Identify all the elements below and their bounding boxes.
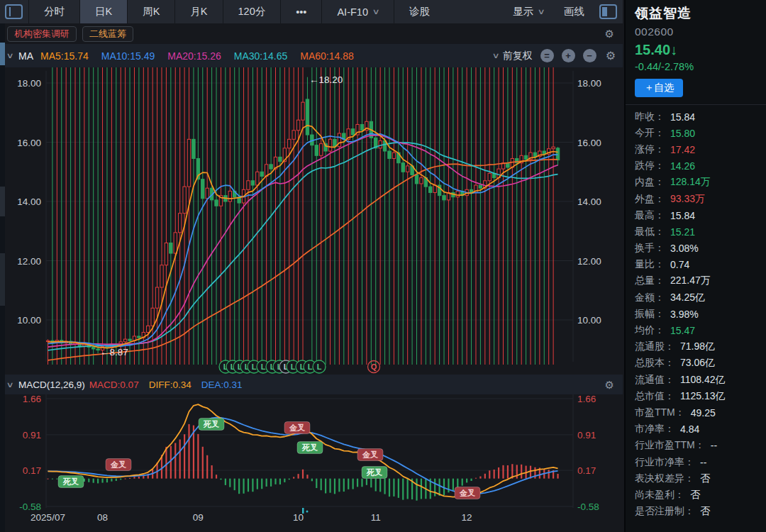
- stat-label: 最低：: [635, 226, 665, 238]
- draw-line-button[interactable]: 画线: [554, 0, 594, 23]
- svg-text:金叉: 金叉: [362, 450, 378, 459]
- display-menu-label: 显示: [513, 5, 533, 18]
- stat-value: 93.33万: [670, 193, 705, 206]
- period-tabs: 分时日K周K月K120分•••AI-F10∨诊股: [28, 0, 445, 23]
- kline-macd-chart[interactable]: 18.0018.0016.0016.0014.0014.0012.0012.00…: [0, 0, 623, 532]
- stat-value: 15.84: [670, 111, 695, 123]
- svg-text:Q: Q: [371, 362, 377, 371]
- macd-values: MACD:0.07DIFF:0.34DEA:0.31: [89, 379, 252, 390]
- add-watchlist-button[interactable]: ＋自选: [635, 79, 683, 97]
- stat-row: 市盈TTM：49.25: [635, 404, 766, 421]
- tab-•••[interactable]: •••: [280, 0, 321, 23]
- toolbar-right: 显示∨ 画线: [503, 0, 623, 23]
- stat-label: 最高：: [635, 209, 665, 222]
- tab-诊股[interactable]: 诊股: [394, 0, 445, 23]
- stat-label: 是否注册制：: [635, 505, 694, 518]
- stat-label: 行业市盈TTM：: [635, 439, 705, 452]
- ma-legend-item: MA5:15.74: [40, 50, 89, 62]
- stat-row: 外盘：93.33万: [635, 191, 766, 207]
- collapse-chevron-icon[interactable]: ∨: [6, 51, 13, 60]
- stat-value: 49.25: [691, 407, 716, 419]
- zoom-out-button[interactable]: −: [583, 49, 596, 62]
- concept-tags: 机构密集调研二线蓝筹: [7, 26, 139, 42]
- adjust-mode-label[interactable]: 前复权: [503, 50, 533, 62]
- stat-label: 尚未盈利：: [635, 489, 684, 501]
- panel-left-icon[interactable]: [5, 4, 23, 19]
- svg-text:金叉: 金叉: [289, 423, 305, 432]
- ma-settings-gear-icon[interactable]: ⚙: [606, 50, 616, 62]
- stat-label: 换手：: [635, 242, 665, 255]
- svg-text:09: 09: [193, 512, 204, 523]
- stock-app-window: 18.0018.0016.0016.0014.0014.0012.0012.00…: [0, 0, 766, 532]
- stat-label: 涨停：: [635, 143, 665, 156]
- ma-legend-item: MA20:15.26: [167, 50, 221, 62]
- svg-text:11: 11: [371, 512, 381, 523]
- stat-row: 总市值：1125.13亿: [635, 388, 766, 404]
- stat-label: 外盘：: [635, 193, 665, 206]
- stock-name: 领益智造: [635, 4, 766, 23]
- stat-value: 1108.42亿: [680, 374, 726, 387]
- stat-label: 总量：: [635, 275, 665, 287]
- svg-text:金叉: 金叉: [459, 489, 475, 497]
- tab-label: 分时: [44, 5, 65, 18]
- svg-text:12.00: 12.00: [577, 256, 601, 267]
- stat-row: 总股本：73.06亿: [635, 355, 766, 372]
- tab-周K[interactable]: 周K: [127, 0, 174, 23]
- tab-月K[interactable]: 月K: [174, 0, 222, 23]
- svg-text:L: L: [291, 362, 296, 371]
- stat-row: 跌停：14.26: [635, 158, 766, 174]
- settings-gear-icon[interactable]: ⚙: [605, 28, 614, 39]
- svg-text:12.00: 12.00: [17, 256, 41, 267]
- svg-text:死叉: 死叉: [203, 420, 219, 428]
- stat-value: 0.74: [670, 259, 689, 270]
- stat-label: 市净率：: [635, 423, 675, 436]
- tab-label: 日K: [95, 5, 112, 18]
- stat-row: 换手：3.08%: [635, 240, 766, 257]
- tab-120分[interactable]: 120分: [223, 0, 281, 23]
- tab-AI-F10[interactable]: AI-F10∨: [321, 0, 394, 23]
- concept-tag[interactable]: 二线蓝筹: [82, 26, 133, 42]
- left-strip-handle[interactable]: [0, 43, 5, 65]
- stat-row: 今开：15.80: [635, 125, 766, 141]
- stat-value: 15.84: [670, 210, 695, 221]
- tab-日K[interactable]: 日K: [79, 0, 127, 23]
- macd-settings-gear-icon[interactable]: ⚙: [605, 379, 614, 390]
- macd-collapse-chevron-icon[interactable]: ∨: [6, 380, 13, 389]
- stat-label: 振幅：: [635, 308, 665, 321]
- macd-value: MACD:0.07: [89, 379, 139, 390]
- chevron-down-icon: ∨: [372, 7, 379, 16]
- tag-row: 机构密集调研二线蓝筹 ⚙: [0, 23, 623, 44]
- stock-code: 002600: [635, 26, 766, 38]
- stat-value: 221.47万: [670, 275, 711, 287]
- tab-分时[interactable]: 分时: [28, 0, 79, 23]
- stat-row: 量比：0.74: [635, 257, 766, 273]
- stat-label: 流通股：: [635, 340, 675, 353]
- adjust-chevron-icon[interactable]: ∨: [492, 51, 499, 60]
- reset-zoom-button[interactable]: =: [540, 49, 554, 62]
- stat-row: 均价：15.47: [635, 322, 766, 338]
- svg-text:16.00: 16.00: [577, 138, 601, 148]
- svg-text:0.91: 0.91: [23, 430, 41, 440]
- concept-tag[interactable]: 机构密集调研: [7, 26, 77, 42]
- stat-row: 涨停：17.42: [635, 141, 766, 157]
- panel-right-toggle-icon[interactable]: [599, 4, 617, 19]
- svg-text:14.00: 14.00: [17, 196, 41, 207]
- stat-value: 3.08%: [670, 243, 699, 254]
- stat-list: 昨收：15.84今开：15.80涨停：17.42跌停：14.26内盘：128.1…: [626, 105, 766, 520]
- stat-value: 15.47: [670, 325, 695, 336]
- stat-value: 否: [700, 472, 710, 485]
- ma-legend: MA5:15.74MA10:15.49MA20:15.26MA30:14.65M…: [40, 50, 367, 62]
- ma-indicator-row: ∨ MA MA5:15.74MA10:15.49MA20:15.26MA30:1…: [0, 44, 623, 67]
- stat-row: 总量：221.47万: [635, 273, 766, 289]
- ma-legend-item: MA60:14.88: [300, 50, 354, 62]
- zoom-in-button[interactable]: +: [562, 49, 575, 62]
- ma-legend-item: MA10:15.49: [101, 50, 155, 62]
- price-axis-labels: 18.0018.0016.0016.0014.0014.0012.0012.00…: [17, 78, 601, 523]
- stat-value: 15.80: [670, 128, 695, 139]
- tab-label: •••: [296, 6, 306, 18]
- display-menu[interactable]: 显示∨: [503, 0, 554, 23]
- stat-row: 最高：15.84: [635, 207, 766, 223]
- event-badges: LLLLLLLLLLLLLQ: [219, 360, 380, 373]
- stat-value: 128.14万: [670, 176, 711, 189]
- svg-text:2025/07: 2025/07: [30, 512, 65, 523]
